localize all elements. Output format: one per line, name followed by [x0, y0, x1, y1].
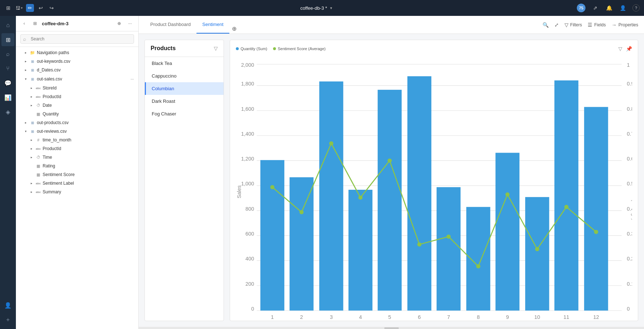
- chat-icon[interactable]: 💬: [1, 76, 14, 89]
- svg-text:1,200: 1,200: [241, 156, 254, 162]
- sidebar-back-button[interactable]: ‹: [20, 19, 28, 27]
- sidebar-more-button[interactable]: ···: [126, 19, 134, 27]
- user-icon[interactable]: 👤: [619, 4, 627, 12]
- svg-text:0.3: 0.3: [627, 231, 632, 237]
- product-item-columbian[interactable]: Columbian: [145, 82, 224, 95]
- sidebar-item-time[interactable]: ▸ ⏱ Time: [16, 153, 138, 162]
- sidebar-item-time-to-month[interactable]: ▸ # time_to_month: [16, 136, 138, 144]
- grid-icon[interactable]: ⊞: [4, 4, 12, 12]
- branch-icon[interactable]: ⑂: [1, 62, 14, 75]
- sidebar-item-out-reviews[interactable]: ▾ ⊞ out-reviews.csv: [16, 127, 138, 136]
- user-avatar[interactable]: 75: [577, 4, 585, 12]
- svg-text:5: 5: [388, 314, 391, 320]
- time-chevron: ▸: [29, 155, 34, 160]
- redo-icon[interactable]: ↪: [48, 4, 56, 12]
- tab-product-dashboard[interactable]: Product Dashboard: [144, 16, 196, 34]
- add-workspace-icon[interactable]: ＋: [1, 313, 14, 326]
- sidebar-item-out-products[interactable]: ▸ ⊞ out-products.csv: [16, 118, 138, 127]
- analytics-icon[interactable]: ◈: [1, 105, 14, 118]
- chart-icon[interactable]: 📊: [1, 91, 14, 104]
- sidebar-item-d-dates[interactable]: ▸ ⊞ d_Dates.csv: [16, 66, 138, 74]
- content-body: Products ▽ Black Tea Cappuccino Columbia…: [139, 34, 644, 327]
- product-item-black-tea[interactable]: Black Tea: [145, 57, 224, 70]
- icon-bar: ⌂ ⊞ ⌕ ⑂ 💬 📊 ◈ 👤 ＋: [0, 16, 16, 329]
- sidebar-item-sentiment-score[interactable]: ▸ ▦ Sentiment Score: [16, 170, 138, 179]
- topbar-right: 75 ⇗ 🔔 👤 ?: [577, 4, 640, 12]
- x-axis: 1 2 3 4 5 6 7 8 9 10 11 12 Month: [271, 314, 599, 321]
- search-icon[interactable]: ⌕: [1, 48, 14, 61]
- sidebar-item-out-keywords[interactable]: ▸ ⊞ out-keywords.csv: [16, 57, 138, 66]
- bell-icon[interactable]: 🔔: [605, 4, 613, 12]
- save-dropdown[interactable]: 🖫▾: [15, 4, 23, 12]
- add-tab-button[interactable]: ⊕: [229, 23, 239, 34]
- help-icon[interactable]: ?: [632, 4, 640, 12]
- home-icon[interactable]: ⌂: [1, 19, 14, 32]
- sidebar-item-productid2[interactable]: ▸ abc ProductId: [16, 144, 138, 153]
- time-label: Time: [43, 155, 135, 160]
- sentiment-dot-11: [564, 205, 569, 209]
- expand-action[interactable]: ⤢: [554, 22, 559, 28]
- sidebar-item-out-sales[interactable]: ▾ ⊞ out-sales.csv ···: [16, 74, 138, 84]
- svg-text:11: 11: [563, 314, 569, 320]
- svg-text:0.7: 0.7: [627, 131, 632, 137]
- share-icon[interactable]: ⇗: [591, 4, 599, 12]
- explorer-icon[interactable]: ⊞: [1, 33, 14, 46]
- edit-icon[interactable]: ✏: [26, 4, 34, 12]
- properties-icon: →: [611, 22, 617, 28]
- main-layout: ⌂ ⊞ ⌕ ⑂ 💬 📊 ◈ 👤 ＋ ‹ ⊞ coffee-dm-3 ⊕ ··· …: [0, 16, 644, 329]
- quantity-label: Quantity: [43, 111, 135, 117]
- sidebar-add-button[interactable]: ⊕: [115, 19, 123, 27]
- tab-sentiment[interactable]: Sentiment: [196, 16, 229, 34]
- table-icon-3: ⊞: [30, 76, 35, 82]
- legend-sentiment-label: Sentiment Score (Average): [278, 47, 325, 51]
- sidebar-title: coffee-dm-3: [42, 21, 112, 26]
- bars: [260, 76, 608, 311]
- undo-icon[interactable]: ↩: [37, 4, 45, 12]
- user-profile-icon[interactable]: 👤: [1, 299, 14, 312]
- storeid-chevron: ▸: [29, 85, 34, 91]
- bar-chart-icon: ▦: [35, 111, 41, 117]
- chart-pin-icon[interactable]: 📌: [626, 46, 632, 52]
- chart-panel: Quantity (Sum) Sentiment Score (Average)…: [230, 40, 638, 321]
- sidebar-item-date[interactable]: ▸ ⏱ Date: [16, 101, 138, 110]
- sidebar-item-productid[interactable]: ▸ abc ProductId: [16, 92, 138, 101]
- content-area: Product Dashboard Sentiment ⊕ 🔍 ⤢ ▽ Filt…: [139, 16, 644, 329]
- products-filter-icon[interactable]: ▽: [214, 45, 218, 51]
- search-header-icon: 🔍: [543, 22, 549, 28]
- sidebar-item-storeid[interactable]: ▸ abc StoreId: [16, 84, 138, 92]
- fields-action[interactable]: ☰ Fields: [588, 22, 606, 28]
- sidebar-item-nav-paths[interactable]: ▸ 📁 Navigation paths ⊕: [16, 48, 138, 57]
- folder-icon: 📁: [30, 50, 35, 56]
- legend-sentiment-dot: [273, 47, 276, 50]
- product-item-cappuccino[interactable]: Cappuccino: [145, 70, 224, 82]
- chart-filter-icon[interactable]: ▽: [618, 46, 622, 52]
- legend-quantity-dot: [236, 47, 239, 50]
- svg-text:0.2: 0.2: [627, 256, 632, 262]
- svg-text:7: 7: [447, 314, 450, 320]
- search-action[interactable]: 🔍: [543, 22, 549, 28]
- summary-label: Summary: [43, 189, 135, 194]
- svg-text:0.9: 0.9: [627, 81, 632, 87]
- hash-icon: #: [35, 137, 41, 143]
- resize-handle[interactable]: [139, 327, 644, 329]
- bar-2: [290, 177, 314, 311]
- properties-label: Properties: [618, 22, 638, 27]
- out-sales-more[interactable]: ···: [129, 76, 135, 82]
- bar-7: [437, 187, 461, 311]
- sidebar-item-rating[interactable]: ▸ ▦ Rating: [16, 162, 138, 170]
- product-item-dark-roast[interactable]: Dark Roast: [145, 95, 224, 108]
- sidebar-item-quantity[interactable]: ▸ ▦ Quantity: [16, 110, 138, 118]
- properties-action[interactable]: → Properties: [611, 22, 638, 28]
- topbar-dropdown-chevron[interactable]: ▾: [330, 6, 332, 10]
- filters-action[interactable]: ▽ Filters: [565, 22, 582, 28]
- fields-icon: ☰: [588, 22, 592, 28]
- sidebar-grid-button[interactable]: ⊞: [31, 19, 39, 27]
- sidebar-item-sentiment-label[interactable]: ▸ abc Sentiment Label: [16, 179, 138, 188]
- sentiment-dot-4: [358, 196, 363, 200]
- product-item-fog-chaser[interactable]: Fog Chaser: [145, 108, 224, 120]
- sidebar-item-summary[interactable]: ▸ abc Summary: [16, 188, 138, 196]
- rating-label: Rating: [43, 163, 135, 168]
- products-title: Products: [151, 45, 214, 52]
- search-input[interactable]: [20, 34, 134, 44]
- out-reviews-label: out-reviews.csv: [37, 129, 135, 134]
